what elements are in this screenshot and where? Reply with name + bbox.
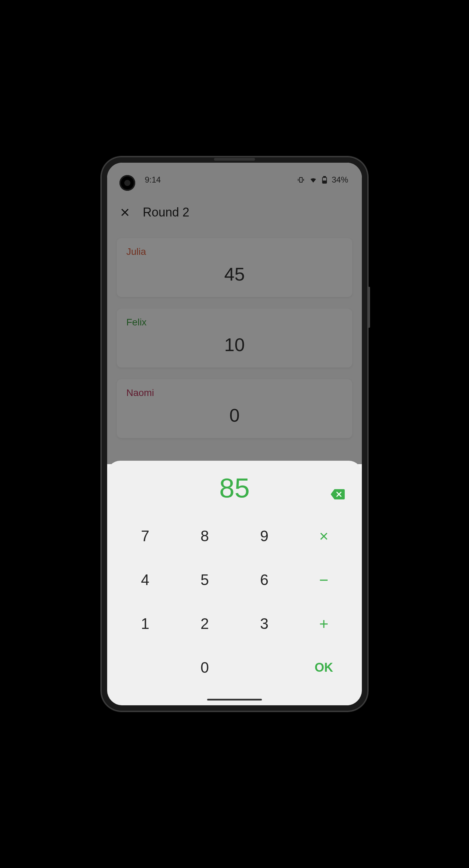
phone-screen: 9:14 — [107, 163, 362, 705]
key-4[interactable]: 4 — [117, 559, 174, 600]
backspace-icon — [330, 488, 345, 500]
key-multiply[interactable]: × — [295, 516, 352, 557]
key-3[interactable]: 3 — [236, 603, 293, 644]
svg-rect-0 — [300, 177, 302, 182]
page-title: Round 2 — [143, 205, 189, 220]
key-ok[interactable]: OK — [295, 647, 352, 688]
key-empty — [117, 647, 174, 688]
player-score: 10 — [126, 334, 343, 355]
keypad-display: 85 — [219, 472, 250, 504]
player-name: Naomi — [126, 387, 343, 398]
battery-percent: 34% — [332, 175, 348, 185]
key-empty — [236, 647, 293, 688]
key-minus[interactable]: − — [295, 559, 352, 600]
keypad-panel: 85 7 8 9 × 4 5 6 − — [107, 461, 362, 705]
player-card[interactable]: Felix 10 — [117, 309, 352, 368]
vibrate-icon — [297, 176, 305, 184]
status-icons: 34% — [297, 175, 348, 185]
player-list: Julia 45 Felix 10 Naomi 0 — [107, 228, 362, 460]
keypad-grid: 7 8 9 × 4 5 6 − 1 2 3 + 0 OK — [117, 516, 352, 688]
status-bar: 9:14 — [107, 163, 362, 197]
battery-icon — [321, 176, 328, 184]
key-0[interactable]: 0 — [176, 647, 233, 688]
player-score: 45 — [126, 263, 343, 285]
player-name: Felix — [126, 317, 343, 328]
key-6[interactable]: 6 — [236, 559, 293, 600]
key-8[interactable]: 8 — [176, 516, 233, 557]
player-card[interactable]: Naomi 0 — [117, 379, 352, 438]
front-camera — [119, 175, 135, 191]
key-5[interactable]: 5 — [176, 559, 233, 600]
keypad-display-row: 85 — [117, 471, 352, 505]
key-1[interactable]: 1 — [117, 603, 174, 644]
phone-frame: 9:14 — [101, 157, 368, 711]
player-score: 0 — [126, 405, 343, 426]
key-plus[interactable]: + — [295, 603, 352, 644]
player-name: Julia — [126, 246, 343, 257]
status-time: 9:14 — [145, 175, 161, 185]
app-bar: Round 2 — [107, 197, 362, 228]
home-indicator[interactable] — [207, 699, 262, 700]
phone-speaker — [214, 158, 255, 161]
close-icon — [119, 207, 130, 218]
key-2[interactable]: 2 — [176, 603, 233, 644]
key-7[interactable]: 7 — [117, 516, 174, 557]
wifi-icon — [309, 176, 317, 184]
svg-rect-5 — [323, 181, 326, 183]
close-button[interactable] — [117, 205, 132, 220]
player-card[interactable]: Julia 45 — [117, 238, 352, 297]
backspace-button[interactable] — [330, 488, 345, 500]
svg-rect-4 — [324, 176, 326, 177]
key-9[interactable]: 9 — [236, 516, 293, 557]
phone-side-button — [368, 287, 370, 328]
